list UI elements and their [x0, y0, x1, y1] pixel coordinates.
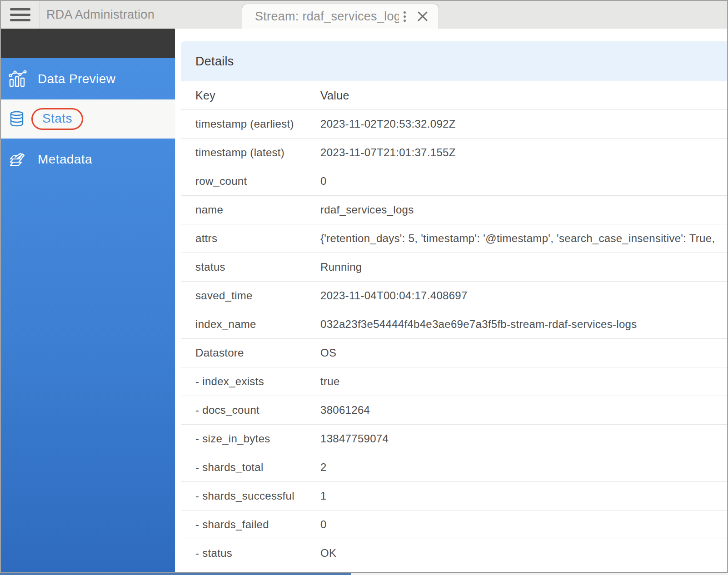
row-key: status — [181, 261, 320, 273]
row-key: - docs_count — [181, 404, 320, 416]
row-key: name — [181, 203, 320, 216]
tab-label: RDA Administration — [46, 8, 155, 22]
table-row: index_name 032a23f3e54444f4b4e3ae69e7a3f… — [181, 310, 727, 338]
table-body: timestamp (earliest) 2023-11-02T20:53:32… — [181, 109, 727, 567]
table-row: - shards_total 2 — [181, 453, 727, 481]
screenshot-frame: RDA Administration Stream: rdaf_services… — [0, 0, 728, 575]
row-value: 2023-11-07T21:01:37.155Z — [320, 146, 727, 159]
row-key: saved_time — [181, 289, 320, 302]
row-key: - status — [181, 547, 320, 560]
row-value: true — [320, 375, 727, 388]
row-value: 38061264 — [320, 404, 727, 416]
table-row: - shards_failed 0 — [181, 510, 727, 539]
database-icon — [9, 111, 27, 127]
table-row: - status OK — [181, 539, 727, 567]
details-panel-header: Details — [181, 41, 727, 81]
table-row: name rdaf_services_logs — [181, 195, 727, 224]
row-value: 032a23f3e54444f4b4e3ae69e7a3f5fb-stream-… — [320, 318, 727, 331]
table-row: timestamp (earliest) 2023-11-02T20:53:32… — [181, 109, 727, 138]
table-row: - shards_successful 1 — [181, 481, 727, 510]
sidebar: Data Preview Stats — [1, 29, 175, 572]
table-row: row_count 0 — [181, 167, 727, 195]
sidebar-item-label: Data Preview — [38, 72, 115, 86]
red-annotation-oval: Stats — [31, 108, 83, 130]
layers-icon — [9, 150, 27, 169]
row-key: attrs — [181, 232, 320, 245]
tab-bar: RDA Administration Stream: rdaf_services… — [1, 1, 727, 29]
sidebar-header — [1, 29, 175, 58]
sidebar-item-data-preview[interactable]: Data Preview — [1, 58, 175, 99]
row-value: 2 — [320, 461, 727, 474]
table-header-row: Key Value — [181, 81, 727, 109]
app-body: Data Preview Stats — [1, 29, 727, 572]
row-value: 2023-11-02T20:53:32.092Z — [320, 118, 727, 130]
row-key: Datastore — [181, 347, 320, 359]
row-value: rdaf_services_logs — [320, 203, 727, 216]
row-key: index_name — [181, 318, 320, 331]
row-value: {'retention_days': 5, 'timestamp': '@tim… — [320, 232, 727, 245]
row-key: - shards_total — [181, 461, 320, 474]
row-key: - shards_failed — [181, 518, 320, 531]
window-bottom-edge — [0, 573, 728, 575]
table-row: status Running — [181, 253, 727, 281]
main-content: Details Key Value timestamp (earliest) 2… — [175, 29, 727, 572]
table-row: saved_time 2023-11-04T00:04:17.408697 — [181, 281, 727, 310]
tab-stream-rdaf-services-logs[interactable]: Stream: rdaf_services_logs — [242, 4, 439, 29]
tab-bar-filler — [439, 1, 727, 29]
table-row: timestamp (latest) 2023-11-07T21:01:37.1… — [181, 138, 727, 167]
row-key: timestamp (earliest) — [181, 118, 320, 130]
row-key: row_count — [181, 175, 320, 188]
sidebar-item-stats[interactable]: Stats — [1, 99, 175, 139]
tab-rda-administration[interactable]: RDA Administration — [40, 1, 242, 29]
row-value: OS — [320, 347, 727, 359]
row-value: OK — [320, 547, 727, 560]
sidebar-item-label: Stats — [42, 111, 72, 126]
row-value: Running — [320, 261, 727, 273]
row-value: 0 — [320, 175, 727, 188]
column-header-key: Key — [181, 89, 320, 102]
details-table: Key Value timestamp (earliest) 2023-11-0… — [181, 81, 727, 567]
column-header-value: Value — [320, 89, 727, 102]
app-window: RDA Administration Stream: rdaf_services… — [0, 0, 728, 573]
hamburger-menu-button[interactable] — [1, 1, 40, 29]
row-key: timestamp (latest) — [181, 146, 320, 159]
kebab-menu-icon[interactable] — [399, 9, 410, 25]
row-key: - index_exists — [181, 375, 320, 388]
row-key: - size_in_bytes — [181, 432, 320, 445]
row-value: 1 — [320, 490, 727, 502]
hamburger-icon — [10, 8, 30, 21]
window-bottom-edge-accent — [0, 573, 351, 575]
close-icon[interactable] — [417, 10, 429, 22]
row-value: 0 — [320, 518, 727, 531]
panel-title: Details — [195, 55, 234, 69]
table-row: attrs {'retention_days': 5, 'timestamp':… — [181, 224, 727, 253]
sidebar-item-label: Metadata — [38, 152, 92, 167]
table-row: - index_exists true — [181, 367, 727, 396]
table-row: - size_in_bytes 13847759074 — [181, 424, 727, 453]
tab-label: Stream: rdaf_services_logs — [255, 10, 399, 24]
table-row: Datastore OS — [181, 338, 727, 367]
row-value: 13847759074 — [320, 432, 727, 445]
row-value: 2023-11-04T00:04:17.408697 — [320, 289, 727, 302]
sidebar-item-metadata[interactable]: Metadata — [1, 139, 175, 180]
table-row: - docs_count 38061264 — [181, 396, 727, 424]
sidebar-nav: Data Preview Stats — [1, 58, 175, 572]
bar-chart-icon — [9, 70, 27, 88]
row-key: - shards_successful — [181, 490, 320, 502]
details-panel: Details Key Value timestamp (earliest) 2… — [181, 41, 727, 567]
